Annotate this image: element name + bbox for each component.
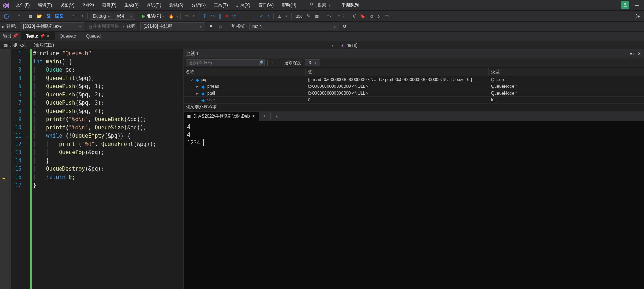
minimize-button[interactable]: — bbox=[632, 1, 642, 9]
prev-icon[interactable]: ← bbox=[271, 60, 275, 65]
menu-item[interactable]: 扩展(X) bbox=[233, 1, 253, 10]
menu-item[interactable]: 视图(V) bbox=[57, 1, 77, 10]
watch-panel-title[interactable]: 监视 1 ▾ □ ✕ bbox=[184, 49, 644, 58]
window-icon[interactable]: ▭ bbox=[383, 13, 390, 20]
chevron-down-icon[interactable] bbox=[272, 112, 281, 120]
chevron-down-icon[interactable] bbox=[191, 13, 196, 19]
menu-item[interactable]: 编辑(E) bbox=[35, 1, 55, 10]
watch-row[interactable]: ▿◆ pq{phead=0x0000000000000000 <NULL> pt… bbox=[184, 76, 644, 83]
member-dropdown[interactable]: ◈ main() bbox=[337, 42, 644, 48]
chevron-down-icon[interactable] bbox=[176, 14, 178, 19]
tool-icon[interactable]: ✎ bbox=[305, 13, 312, 20]
project-context[interactable]: ▦ 手撕队列 bbox=[0, 41, 30, 49]
navigation-bar: ▦ 手撕队列 (全局范围) ◈ main() bbox=[0, 41, 644, 49]
nav-icon[interactable]: ▷ bbox=[375, 13, 382, 20]
nav-icon[interactable]: ◁ bbox=[368, 13, 375, 20]
header-type[interactable]: 类型 bbox=[489, 68, 644, 76]
watch-search-input[interactable] bbox=[186, 59, 265, 66]
step-over-icon[interactable]: ↷ bbox=[209, 13, 216, 20]
watch-row[interactable]: ▸◆ ptail0x0000000000000000 <NULL>QueueNo… bbox=[184, 90, 644, 97]
tool-icon[interactable]: abc bbox=[294, 13, 304, 20]
redo-icon[interactable]: ↷ bbox=[78, 13, 85, 20]
step-over-icon[interactable]: ⤻ bbox=[258, 13, 265, 20]
process-dropdown[interactable]: [3320] 手撕队列.exe bbox=[20, 22, 84, 30]
document-tab[interactable]: Queue.c bbox=[55, 32, 81, 40]
nav-forward-button[interactable] bbox=[17, 13, 22, 19]
close-icon[interactable]: ✕ bbox=[252, 114, 255, 119]
maximize-icon[interactable]: □ bbox=[634, 51, 636, 56]
platform-dropdown[interactable]: x64 bbox=[114, 13, 135, 20]
new-terminal-button[interactable]: + bbox=[259, 112, 269, 120]
close-icon[interactable]: ✕ bbox=[638, 51, 641, 56]
watch-row[interactable]: ▸◆ phead0x0000000000000000 <NULL>QueueNo… bbox=[184, 83, 644, 90]
outdent-icon[interactable]: ≡→ bbox=[336, 13, 347, 20]
fold-gutter[interactable]: - - bbox=[25, 49, 30, 289]
config-dropdown[interactable]: Debug bbox=[90, 13, 113, 20]
refresh-icon[interactable]: ⟳ bbox=[341, 23, 348, 30]
search-icon[interactable] bbox=[310, 2, 315, 8]
code-editor[interactable]: ➡ 1234567891011121314151617 - - #include… bbox=[0, 49, 183, 289]
toggle-icon[interactable]: ⊞ bbox=[276, 13, 283, 20]
menu-item[interactable]: 帮助(H) bbox=[279, 1, 299, 10]
menu-item[interactable]: Git(G) bbox=[79, 1, 97, 10]
breakpoint-gutter[interactable]: ➡ bbox=[0, 49, 11, 289]
lifecycle-icon[interactable]: ▦ 生命周期事件 bbox=[87, 22, 121, 30]
close-icon[interactable]: ✕ bbox=[47, 34, 50, 38]
pause-icon[interactable]: ‖ bbox=[217, 13, 223, 20]
continue-button[interactable]: ▶继续(C) bbox=[140, 12, 166, 20]
undo-icon[interactable]: ↶ bbox=[70, 13, 77, 20]
indent-icon[interactable]: ≡← bbox=[325, 13, 335, 20]
menu-item[interactable]: 窗口(W) bbox=[255, 1, 277, 10]
bookmark-icon[interactable]: 🔖 bbox=[358, 13, 367, 20]
new-project-icon[interactable]: ▦ bbox=[27, 13, 34, 20]
tool-icon[interactable]: ⧉ bbox=[217, 23, 224, 30]
menu-item[interactable]: 测试(S) bbox=[166, 1, 186, 10]
chevron-down-icon[interactable] bbox=[284, 13, 289, 19]
comment-icon[interactable]: // bbox=[351, 13, 357, 20]
menu-item[interactable]: 文件(F) bbox=[13, 1, 33, 10]
dropdown-icon[interactable]: ▾ bbox=[630, 51, 632, 56]
search-label[interactable]: 搜索 bbox=[318, 2, 326, 8]
add-watch-row[interactable]: 添加要监视的项 bbox=[184, 104, 644, 112]
tool-icon[interactable]: ▤ bbox=[313, 13, 320, 20]
thread-label: 线程: bbox=[127, 23, 136, 29]
output-tab[interactable]: 输出 📌 bbox=[0, 32, 21, 41]
next-icon[interactable]: → bbox=[278, 60, 282, 65]
depth-dropdown[interactable]: 3 bbox=[305, 59, 320, 66]
header-name[interactable]: 名称 bbox=[184, 68, 306, 76]
step-into-icon[interactable]: ↓ bbox=[251, 13, 257, 20]
flag-icon[interactable]: ⚑ bbox=[207, 23, 215, 30]
live-share-icon[interactable]: ⟩▸ bbox=[634, 13, 642, 20]
menu-item[interactable]: 项目(P) bbox=[99, 1, 119, 10]
document-tab[interactable]: Test.c📌✕ bbox=[21, 32, 55, 40]
avatar[interactable]: 星 bbox=[621, 1, 629, 9]
pin-icon[interactable]: 📌 bbox=[40, 34, 45, 38]
nav-back-button[interactable]: ◯ ← bbox=[2, 13, 16, 20]
step-into-icon[interactable]: ↧ bbox=[201, 13, 208, 20]
watch-row[interactable]: ◆ size0int bbox=[184, 97, 644, 104]
menu-item[interactable]: 生成(B) bbox=[121, 1, 142, 10]
document-tab[interactable]: Queue.h bbox=[81, 32, 108, 40]
terminal-output[interactable]: 441234 bbox=[184, 121, 644, 149]
chevron-down-icon[interactable] bbox=[123, 24, 125, 29]
save-all-icon[interactable]: 🖫🖫 bbox=[53, 13, 65, 20]
hot-reload-icon[interactable]: 🔥 bbox=[167, 13, 176, 20]
save-icon[interactable]: 🖫 bbox=[45, 13, 52, 20]
menu-item[interactable]: 调试(D) bbox=[144, 1, 164, 10]
restart-icon[interactable]: ⟳ bbox=[231, 13, 238, 20]
code-lines[interactable]: #include "Queue.h"int main() {│ Queue pq… bbox=[30, 49, 156, 289]
stackframe-dropdown[interactable]: main bbox=[249, 23, 339, 30]
chevron-down-icon[interactable] bbox=[329, 3, 331, 8]
next-statement-icon[interactable]: → bbox=[242, 13, 250, 20]
header-value[interactable]: 值 bbox=[306, 68, 489, 76]
stop-icon[interactable]: ■ bbox=[223, 13, 230, 20]
search-icon[interactable]: 🔎 bbox=[258, 60, 264, 65]
thread-dropdown[interactable]: [19148] 主线程 bbox=[140, 22, 205, 30]
step-out-icon[interactable]: ↑ bbox=[265, 13, 271, 20]
browser-icon[interactable]: ▭ bbox=[183, 13, 190, 20]
menu-item[interactable]: 工具(T) bbox=[211, 1, 231, 10]
open-icon[interactable]: 📂 bbox=[35, 13, 44, 20]
terminal-tab[interactable]: ▣ D:\VS2022\手撕队列\x64\Deb ✕ bbox=[184, 112, 259, 121]
menu-item[interactable]: 分析(N) bbox=[189, 1, 209, 10]
scope-dropdown[interactable]: (全局范围) bbox=[30, 41, 337, 49]
